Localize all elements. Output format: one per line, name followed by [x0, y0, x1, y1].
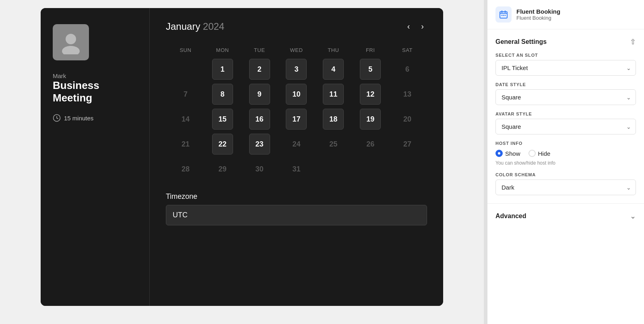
general-settings-section: General Settings ⇧ SELECT AN SLOT IPL Ti…: [487, 29, 644, 204]
host-info-group: HOST INFO Show Hide You can show/hide ho…: [495, 141, 636, 166]
unavailable-day: 24: [286, 134, 307, 155]
panel-divider: [484, 0, 487, 324]
available-day[interactable]: 19: [360, 109, 381, 130]
svg-point-1: [62, 46, 80, 54]
calendar-cell: 20: [390, 108, 425, 130]
avatar-style-select[interactable]: Square Round Circle: [495, 119, 636, 134]
avatar-style-group: AVATAR STYLE Square Round Circle ⌄: [495, 111, 636, 134]
days-header-row: SUNMONTUEWEDTHUFRISAT: [168, 45, 425, 56]
host-info-label: HOST INFO: [495, 141, 636, 146]
calendar-cell: 29: [205, 158, 240, 180]
general-settings-chevron: ⇧: [630, 37, 636, 46]
preview-area: Mark Business Meeting 15 minutes January…: [0, 0, 484, 324]
calendar-cell: 21: [168, 133, 203, 155]
clock-icon: [53, 114, 61, 122]
year-label: 2024: [203, 21, 224, 32]
calendar-table: SUNMONTUEWEDTHUFRISAT 123456789101112131…: [166, 42, 427, 183]
show-radio-label: Show: [505, 150, 520, 157]
hide-radio-label: Hide: [538, 150, 551, 157]
calendar-cell: 28: [168, 158, 203, 180]
available-day[interactable]: 12: [360, 84, 381, 105]
calendar-cell: 13: [390, 83, 425, 105]
unavailable-day: 20: [397, 109, 418, 130]
available-day[interactable]: 5: [360, 59, 381, 80]
date-style-group: DATE STYLE Square Round Circle ⌄: [495, 82, 636, 105]
fluent-booking-icon: [499, 10, 508, 19]
available-day[interactable]: 11: [323, 84, 344, 105]
calendar-cell: 11: [316, 83, 351, 105]
host-info-hint: You can show/hide host info: [495, 160, 636, 166]
calendar-cell: 17: [279, 108, 314, 130]
settings-panel: Fluent Booking Fluent Booking General Se…: [487, 0, 644, 324]
calendar-cell: 8: [205, 83, 240, 105]
avatar: [53, 24, 89, 60]
unavailable-day: 26: [360, 134, 381, 155]
color-schema-label: COLOR SCHEMA: [495, 172, 636, 177]
calendar-cell: 25: [316, 133, 351, 155]
unavailable-day: 25: [323, 134, 344, 155]
day-header-sun: SUN: [168, 45, 203, 56]
calendar-cell: 18: [316, 108, 351, 130]
day-header-fri: FRI: [353, 45, 388, 56]
available-day[interactable]: 9: [249, 84, 270, 105]
booking-widget: Mark Business Meeting 15 minutes January…: [41, 8, 443, 306]
calendar-cell: 24: [279, 133, 314, 155]
unavailable-day: 14: [175, 109, 196, 130]
date-style-select[interactable]: Square Round Circle: [495, 89, 636, 105]
host-info-show-option[interactable]: Show: [495, 150, 520, 157]
calendar-cell: [316, 158, 351, 180]
advanced-chevron: ⌄: [630, 212, 636, 221]
calendar-header: January 2024 ‹ ›: [166, 20, 427, 33]
available-day[interactable]: 1: [212, 59, 233, 80]
day-header-mon: MON: [205, 45, 240, 56]
plugin-name-main: Fluent Booking: [516, 8, 560, 15]
next-month-button[interactable]: ›: [418, 20, 427, 33]
plugin-name-sub: Fluent Booking: [516, 15, 560, 21]
host-info-hide-option[interactable]: Hide: [528, 150, 551, 157]
general-settings-header[interactable]: General Settings ⇧: [495, 37, 636, 46]
plugin-header: Fluent Booking Fluent Booking: [487, 0, 644, 29]
available-day[interactable]: 18: [323, 109, 344, 130]
select-slot-select[interactable]: IPL Ticket Business Meeting Quick Call: [495, 60, 636, 76]
svg-point-5: [503, 15, 504, 16]
calendar-cell: 9: [242, 83, 277, 105]
calendar-cell: 7: [168, 83, 203, 105]
calendar-cell: 19: [353, 108, 388, 130]
calendar-body: 1234567891011121314151617181920212223242…: [168, 58, 425, 180]
calendar-cell: 5: [353, 58, 388, 80]
calendar-cell: 10: [279, 83, 314, 105]
prev-month-button[interactable]: ‹: [404, 20, 413, 33]
month-label: January: [166, 21, 200, 32]
available-day[interactable]: 8: [212, 84, 233, 105]
unavailable-day: 21: [175, 134, 196, 155]
calendar-cell: 30: [242, 158, 277, 180]
nav-buttons: ‹ ›: [404, 20, 427, 33]
widget-calendar: January 2024 ‹ › SUNMONTUEWEDTHUFRISAT 1…: [149, 8, 443, 306]
calendar-cell: 12: [353, 83, 388, 105]
settings-content: SELECT AN SLOT IPL Ticket Business Meeti…: [495, 53, 636, 195]
available-day[interactable]: 22: [212, 134, 233, 155]
calendar-cell: [353, 158, 388, 180]
available-day[interactable]: 17: [286, 109, 307, 130]
date-style-label: DATE STYLE: [495, 82, 636, 87]
calendar-row-3: 21222324252627: [168, 133, 425, 155]
unavailable-day: 30: [249, 159, 270, 180]
available-day[interactable]: 2: [249, 59, 270, 80]
host-name: Mark: [53, 72, 137, 79]
calendar-cell: 26: [353, 133, 388, 155]
avatar-style-wrapper: Square Round Circle ⌄: [495, 119, 636, 134]
unavailable-day: 29: [212, 159, 233, 180]
calendar-cell: 1: [205, 58, 240, 80]
available-day[interactable]: 3: [286, 59, 307, 80]
available-day[interactable]: 4: [323, 59, 344, 80]
available-day[interactable]: 15: [212, 109, 233, 130]
calendar-row-0: 123456: [168, 58, 425, 80]
color-schema-group: COLOR SCHEMA Dark Light Auto ⌄: [495, 172, 636, 195]
available-day[interactable]: 16: [249, 109, 270, 130]
color-schema-select[interactable]: Dark Light Auto: [495, 180, 636, 195]
advanced-header[interactable]: Advanced ⌄: [495, 212, 636, 221]
available-day[interactable]: 10: [286, 84, 307, 105]
advanced-title: Advanced: [495, 213, 526, 220]
plugin-name-group: Fluent Booking Fluent Booking: [516, 8, 560, 21]
available-day[interactable]: 23: [249, 134, 270, 155]
